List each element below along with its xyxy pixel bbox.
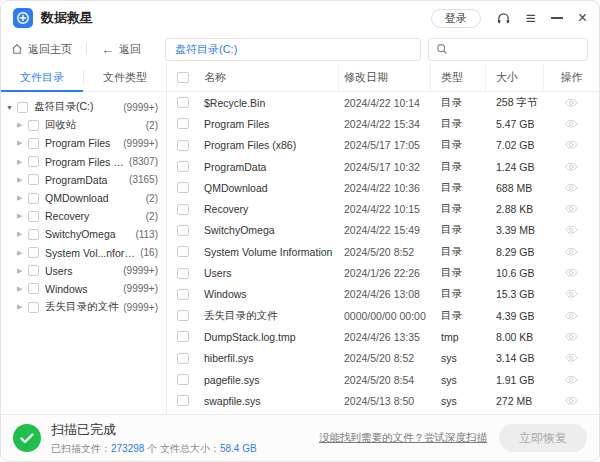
row-checkbox[interactable] <box>177 395 189 406</box>
row-checkbox[interactable] <box>177 204 189 215</box>
search-box[interactable] <box>428 38 588 61</box>
login-button[interactable]: 登录 <box>431 9 481 28</box>
row-checkbox[interactable] <box>177 353 189 364</box>
preview-eye-icon[interactable] <box>565 183 578 193</box>
preview-eye-icon[interactable] <box>565 98 578 108</box>
row-checkbox[interactable] <box>177 140 189 151</box>
row-checkbox[interactable] <box>177 331 189 342</box>
row-checkbox[interactable] <box>177 182 189 193</box>
row-checkbox[interactable] <box>177 268 189 279</box>
tab-file-directory[interactable]: 文件目录 <box>1 63 83 91</box>
preview-eye-icon[interactable] <box>565 119 578 129</box>
tab-file-type[interactable]: 文件类型 <box>84 63 166 91</box>
expand-arrow-icon[interactable] <box>17 139 28 147</box>
menu-icon[interactable]: ≡ <box>526 10 536 27</box>
column-header-date[interactable]: 修改日期 <box>339 63 431 91</box>
tree-item[interactable]: 丢失目录的文件 (9999+) <box>1 298 166 316</box>
column-header-type[interactable]: 类型 <box>431 63 486 91</box>
tree-item-checkbox[interactable] <box>28 138 39 149</box>
row-checkbox[interactable] <box>177 246 189 257</box>
tree-item[interactable]: Recovery (2) <box>1 207 166 225</box>
table-row[interactable]: ProgramData 2024/5/17 10:32 目录 1.24 GB <box>167 156 599 177</box>
deep-scan-link[interactable]: 没能找到需要的文件？尝试深度扫描 <box>319 431 487 445</box>
select-all-checkbox[interactable] <box>177 72 189 83</box>
home-button[interactable]: 返回主页 <box>11 42 72 57</box>
tree-item[interactable]: Windows (9999+) <box>1 280 166 298</box>
table-row[interactable]: Program Files 2024/4/22 15:34 目录 5.47 GB <box>167 113 599 134</box>
back-button[interactable]: ← 返回 <box>101 42 141 57</box>
expand-arrow-icon[interactable] <box>17 158 28 166</box>
row-checkbox[interactable] <box>177 118 189 129</box>
row-checkbox[interactable] <box>177 97 189 108</box>
preview-eye-icon[interactable] <box>565 204 578 214</box>
row-checkbox[interactable] <box>177 310 189 321</box>
tree-item[interactable]: ProgramData (3165) <box>1 171 166 189</box>
tree-item-checkbox[interactable] <box>28 247 39 258</box>
tree-item[interactable]: QMDownload (2) <box>1 189 166 207</box>
table-row[interactable]: System Volume Information 2024/5/20 8:52… <box>167 241 599 262</box>
tree-item-checkbox[interactable] <box>28 283 39 294</box>
expand-arrow-icon[interactable] <box>17 121 28 129</box>
current-path-field[interactable]: 盘符目录(C:) <box>165 38 421 61</box>
tree-item[interactable]: Users (9999+) <box>1 262 166 280</box>
expand-arrow-icon[interactable] <box>17 285 28 293</box>
tree-item-checkbox[interactable] <box>28 229 39 240</box>
tree-item[interactable]: 盘符目录(C:) (9999+) <box>1 98 166 116</box>
table-row[interactable]: $Recycle.Bin 2024/4/22 10:14 目录 258 字节 <box>167 92 599 113</box>
row-checkbox[interactable] <box>177 161 189 172</box>
close-button[interactable]: × <box>578 10 587 26</box>
table-row[interactable]: Recovery 2024/4/22 10:15 目录 2.88 KB <box>167 198 599 219</box>
tree-item[interactable]: System Vol...nformation (16) <box>1 244 166 262</box>
table-row[interactable]: hiberfil.sys 2024/5/20 8:52 sys 3.14 GB <box>167 348 599 369</box>
table-row[interactable]: Windows 2024/4/26 13:08 目录 15.3 GB <box>167 284 599 305</box>
preview-eye-icon[interactable] <box>565 140 578 150</box>
tree-item-checkbox[interactable] <box>28 211 39 222</box>
recover-now-button[interactable]: 立即恢复 <box>499 424 587 452</box>
expand-arrow-icon[interactable] <box>17 230 28 238</box>
preview-eye-icon[interactable] <box>565 289 578 299</box>
expand-arrow-icon[interactable] <box>17 212 28 220</box>
table-row[interactable]: 丢失目录的文件 0000/00/00 00:00 目录 4.39 GB <box>167 305 599 326</box>
column-header-name[interactable]: 名称 <box>195 63 339 91</box>
tree-item-checkbox[interactable] <box>28 302 39 313</box>
tree-item-checkbox[interactable] <box>28 193 39 204</box>
table-row[interactable]: swapfile.sys 2024/5/13 8:50 sys 272 MB <box>167 390 599 411</box>
table-row[interactable]: Program Files (x86) 2024/5/17 17:05 目录 7… <box>167 135 599 156</box>
tree-item-checkbox[interactable] <box>28 120 39 131</box>
preview-eye-icon[interactable] <box>565 247 578 257</box>
tree-item-checkbox[interactable] <box>28 265 39 276</box>
table-row[interactable]: Users 2024/1/26 22:26 目录 10.6 GB <box>167 262 599 283</box>
expand-arrow-icon[interactable] <box>17 267 28 275</box>
tree-item-checkbox[interactable] <box>17 102 28 113</box>
preview-eye-icon[interactable] <box>565 225 578 235</box>
table-row[interactable]: DumpStack.log.tmp 2024/4/26 13:35 tmp 8.… <box>167 326 599 347</box>
expand-arrow-icon[interactable] <box>17 303 28 311</box>
expand-arrow-icon[interactable] <box>17 194 28 202</box>
minimize-button[interactable] <box>551 17 563 19</box>
search-input[interactable] <box>453 42 580 56</box>
preview-eye-icon[interactable] <box>565 353 578 363</box>
preview-eye-icon[interactable] <box>565 268 578 278</box>
expand-arrow-icon[interactable] <box>17 176 28 184</box>
preview-eye-icon[interactable] <box>565 311 578 321</box>
expand-arrow-icon[interactable] <box>17 249 28 257</box>
tree-item[interactable]: SwitchyOmega (113) <box>1 225 166 243</box>
row-checkbox[interactable] <box>177 289 189 300</box>
preview-eye-icon[interactable] <box>565 375 578 385</box>
table-row[interactable]: QMDownload 2024/4/22 10:36 目录 688 MB <box>167 177 599 198</box>
tree-item-checkbox[interactable] <box>28 156 39 167</box>
table-row[interactable]: pagefile.sys 2024/5/20 8:54 sys 1.91 GB <box>167 369 599 390</box>
row-checkbox[interactable] <box>177 225 189 236</box>
headset-support-icon[interactable] <box>496 11 511 26</box>
expand-arrow-icon[interactable] <box>6 104 17 111</box>
tree-item[interactable]: 回收站 (2) <box>1 116 166 134</box>
preview-eye-icon[interactable] <box>565 396 578 406</box>
tree-item[interactable]: Program Files (x86) (8307) <box>1 153 166 171</box>
preview-eye-icon[interactable] <box>565 162 578 172</box>
preview-eye-icon[interactable] <box>565 332 578 342</box>
tree-item-checkbox[interactable] <box>28 174 39 185</box>
row-checkbox[interactable] <box>177 374 189 385</box>
table-row[interactable]: SwitchyOmega 2024/4/22 15:49 目录 3.39 MB <box>167 220 599 241</box>
tree-item[interactable]: Program Files (9999+) <box>1 134 166 152</box>
column-header-size[interactable]: 大小 <box>486 63 544 91</box>
